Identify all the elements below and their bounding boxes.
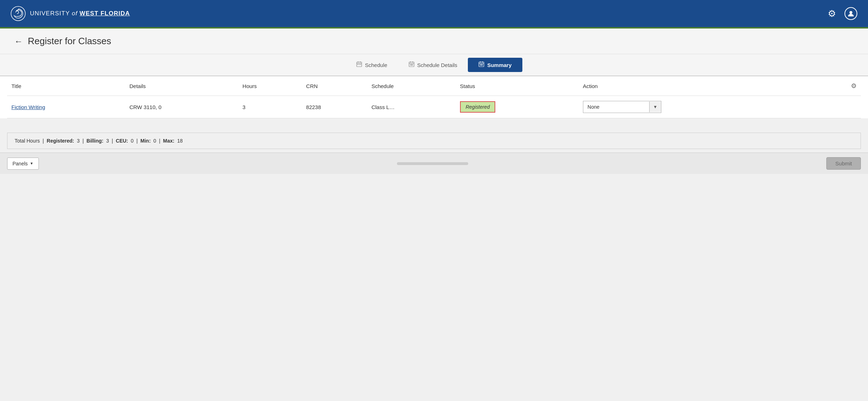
course-crn: 82238 bbox=[302, 96, 367, 118]
course-action-cell[interactable]: None ▼ bbox=[579, 96, 821, 118]
col-schedule: Schedule bbox=[367, 76, 455, 96]
ceu-label: CEU: bbox=[116, 138, 128, 144]
min-label: Min: bbox=[140, 138, 151, 144]
svg-rect-6 bbox=[357, 64, 358, 65]
course-hours: 3 bbox=[238, 96, 302, 118]
courses-table: Title Details Hours CRN Schedule Status … bbox=[7, 76, 861, 118]
svg-rect-8 bbox=[360, 64, 361, 65]
page-title: Register for Classes bbox=[28, 36, 111, 47]
col-details: Details bbox=[125, 76, 238, 96]
svg-point-1 bbox=[849, 11, 852, 14]
submit-button[interactable]: Submit bbox=[826, 157, 861, 170]
course-status-cell: Registered bbox=[456, 96, 579, 118]
billing-value: 3 bbox=[106, 138, 109, 144]
action-select-value: None bbox=[583, 101, 649, 113]
tab-bar: Schedule Schedule Details bbox=[0, 54, 868, 76]
action-dropdown[interactable]: None ▼ bbox=[583, 101, 661, 113]
page-title-area: ← Register for Classes bbox=[0, 29, 868, 54]
tab-summary-label: Summary bbox=[487, 62, 511, 68]
table-header-row: Title Details Hours CRN Schedule Status … bbox=[7, 76, 861, 96]
scroll-bar[interactable] bbox=[397, 162, 468, 165]
schedule-details-tab-icon bbox=[409, 61, 414, 68]
back-button[interactable]: ← bbox=[14, 36, 23, 46]
course-title[interactable]: Fiction Writing bbox=[7, 96, 125, 118]
col-crn: CRN bbox=[302, 76, 367, 96]
user-avatar-icon[interactable] bbox=[844, 7, 857, 20]
table-gear-icon[interactable]: ⚙ bbox=[821, 76, 861, 96]
header-icons: ⚙ bbox=[825, 7, 857, 20]
svg-rect-7 bbox=[359, 64, 360, 65]
tab-schedule-details[interactable]: Schedule Details bbox=[398, 58, 468, 72]
course-details: CRW 3110, 0 bbox=[125, 96, 238, 118]
schedule-tab-icon bbox=[356, 61, 362, 68]
status-badge: Registered bbox=[460, 101, 496, 113]
panels-button[interactable]: Panels ▼ bbox=[7, 158, 39, 170]
tab-summary[interactable]: Summary bbox=[468, 58, 522, 72]
course-schedule: Class L… bbox=[367, 96, 455, 118]
footer-summary: Total Hours | Registered: 3 | Billing: 3… bbox=[7, 133, 861, 149]
panels-label: Panels bbox=[12, 161, 28, 166]
logo: UNIVERSITY of WEST FLORIDA bbox=[11, 6, 130, 21]
ceu-value: 0 bbox=[131, 138, 134, 144]
panels-dropdown-arrow: ▼ bbox=[30, 161, 33, 165]
course-title-link[interactable]: Fiction Writing bbox=[11, 104, 45, 110]
tab-schedule-details-label: Schedule Details bbox=[417, 62, 458, 68]
col-action: Action bbox=[579, 76, 821, 96]
uwf-logo-icon bbox=[11, 6, 26, 21]
logo-text: UNIVERSITY of WEST FLORIDA bbox=[30, 10, 130, 17]
min-value: 0 bbox=[154, 138, 156, 144]
billing-label: Billing: bbox=[87, 138, 103, 144]
scroll-indicator bbox=[397, 160, 468, 167]
tab-schedule-label: Schedule bbox=[365, 62, 387, 68]
table-row: Fiction Writing CRW 3110, 0 3 82238 Clas… bbox=[7, 96, 861, 118]
registered-label: Registered: bbox=[47, 138, 74, 144]
total-hours-label: Total Hours bbox=[15, 138, 40, 144]
tab-schedule[interactable]: Schedule bbox=[346, 58, 398, 72]
col-title: Title bbox=[7, 76, 125, 96]
table-container: Title Details Hours CRN Schedule Status … bbox=[0, 76, 868, 118]
row-gear-cell bbox=[821, 96, 861, 118]
settings-icon[interactable]: ⚙ bbox=[825, 7, 838, 20]
action-dropdown-arrow[interactable]: ▼ bbox=[649, 102, 661, 112]
summary-tab-icon bbox=[479, 61, 484, 68]
bottom-bar: Panels ▼ Submit bbox=[0, 153, 868, 174]
col-status: Status bbox=[456, 76, 579, 96]
header: UNIVERSITY of WEST FLORIDA ⚙ bbox=[0, 0, 868, 29]
max-label: Max: bbox=[163, 138, 175, 144]
registered-value: 3 bbox=[77, 138, 80, 144]
col-hours: Hours bbox=[238, 76, 302, 96]
max-value: 18 bbox=[177, 138, 183, 144]
